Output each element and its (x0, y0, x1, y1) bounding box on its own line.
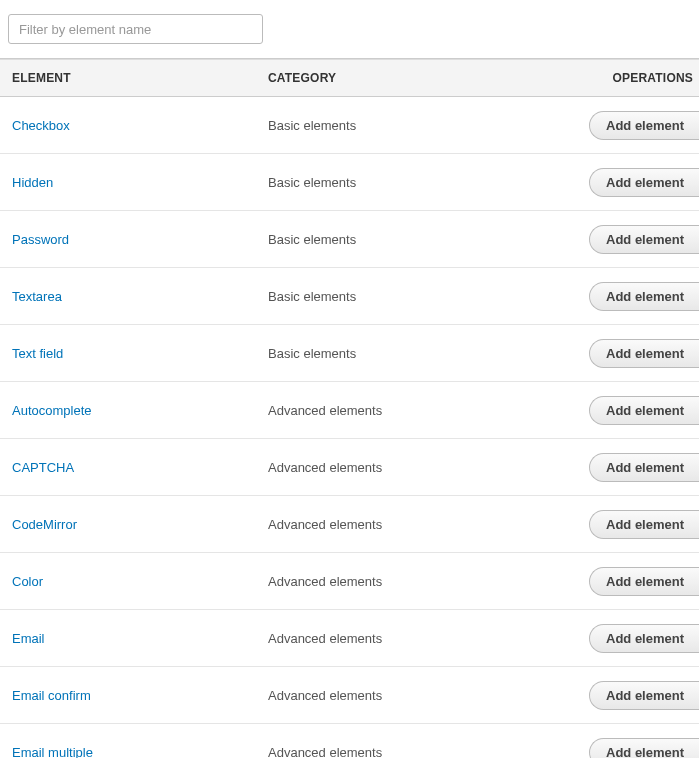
cell-element: Hidden (0, 154, 256, 211)
cell-category: Advanced elements (256, 553, 571, 610)
table-row: Text fieldBasic elementsAdd element (0, 325, 699, 382)
add-element-button[interactable]: Add element (589, 510, 699, 539)
cell-operations: Add element (571, 97, 699, 154)
cell-category: Basic elements (256, 97, 571, 154)
cell-element: Checkbox (0, 97, 256, 154)
table-header-row: ELEMENT CATEGORY OPERATIONS (0, 60, 699, 97)
cell-category: Basic elements (256, 325, 571, 382)
filter-input[interactable] (8, 14, 263, 44)
element-link[interactable]: CAPTCHA (12, 460, 74, 475)
cell-operations: Add element (571, 553, 699, 610)
add-element-button[interactable]: Add element (589, 453, 699, 482)
cell-operations: Add element (571, 439, 699, 496)
add-element-button[interactable]: Add element (589, 396, 699, 425)
column-header-category: CATEGORY (256, 60, 571, 97)
element-link[interactable]: Hidden (12, 175, 53, 190)
cell-operations: Add element (571, 325, 699, 382)
cell-category: Basic elements (256, 211, 571, 268)
cell-operations: Add element (571, 211, 699, 268)
table-row: PasswordBasic elementsAdd element (0, 211, 699, 268)
element-link[interactable]: Autocomplete (12, 403, 92, 418)
cell-category: Advanced elements (256, 439, 571, 496)
element-link[interactable]: Password (12, 232, 69, 247)
cell-category: Advanced elements (256, 724, 571, 759)
add-element-button[interactable]: Add element (589, 681, 699, 710)
elements-table-container: ELEMENT CATEGORY OPERATIONS CheckboxBasi… (0, 58, 699, 758)
table-row: HiddenBasic elementsAdd element (0, 154, 699, 211)
cell-operations: Add element (571, 610, 699, 667)
cell-element: Textarea (0, 268, 256, 325)
element-link[interactable]: Email (12, 631, 45, 646)
table-row: AutocompleteAdvanced elementsAdd element (0, 382, 699, 439)
cell-element: Color (0, 553, 256, 610)
table-row: CAPTCHAAdvanced elementsAdd element (0, 439, 699, 496)
cell-category: Advanced elements (256, 496, 571, 553)
table-row: Email multipleAdvanced elementsAdd eleme… (0, 724, 699, 759)
cell-element: Text field (0, 325, 256, 382)
elements-table: ELEMENT CATEGORY OPERATIONS CheckboxBasi… (0, 59, 699, 758)
cell-element: Email confirm (0, 667, 256, 724)
table-row: EmailAdvanced elementsAdd element (0, 610, 699, 667)
filter-wrapper (0, 0, 699, 58)
element-link[interactable]: Checkbox (12, 118, 70, 133)
cell-operations: Add element (571, 724, 699, 759)
add-element-button[interactable]: Add element (589, 567, 699, 596)
add-element-button[interactable]: Add element (589, 738, 699, 758)
cell-category: Advanced elements (256, 667, 571, 724)
cell-category: Advanced elements (256, 610, 571, 667)
cell-operations: Add element (571, 154, 699, 211)
cell-category: Basic elements (256, 268, 571, 325)
cell-operations: Add element (571, 268, 699, 325)
column-header-element: ELEMENT (0, 60, 256, 97)
add-element-button[interactable]: Add element (589, 111, 699, 140)
element-link[interactable]: Email confirm (12, 688, 91, 703)
cell-operations: Add element (571, 496, 699, 553)
cell-element: Email (0, 610, 256, 667)
cell-element: CodeMirror (0, 496, 256, 553)
table-row: CodeMirrorAdvanced elementsAdd element (0, 496, 699, 553)
cell-element: Password (0, 211, 256, 268)
cell-operations: Add element (571, 667, 699, 724)
table-row: ColorAdvanced elementsAdd element (0, 553, 699, 610)
add-element-button[interactable]: Add element (589, 624, 699, 653)
add-element-button[interactable]: Add element (589, 168, 699, 197)
cell-element: CAPTCHA (0, 439, 256, 496)
element-link[interactable]: Color (12, 574, 43, 589)
cell-element: Autocomplete (0, 382, 256, 439)
cell-operations: Add element (571, 382, 699, 439)
cell-category: Advanced elements (256, 382, 571, 439)
element-link[interactable]: Text field (12, 346, 63, 361)
element-link[interactable]: Email multiple (12, 745, 93, 758)
element-link[interactable]: CodeMirror (12, 517, 77, 532)
add-element-button[interactable]: Add element (589, 282, 699, 311)
cell-element: Email multiple (0, 724, 256, 759)
table-row: Email confirmAdvanced elementsAdd elemen… (0, 667, 699, 724)
add-element-button[interactable]: Add element (589, 339, 699, 368)
table-row: CheckboxBasic elementsAdd element (0, 97, 699, 154)
column-header-operations: OPERATIONS (571, 60, 699, 97)
add-element-button[interactable]: Add element (589, 225, 699, 254)
cell-category: Basic elements (256, 154, 571, 211)
element-link[interactable]: Textarea (12, 289, 62, 304)
table-row: TextareaBasic elementsAdd element (0, 268, 699, 325)
